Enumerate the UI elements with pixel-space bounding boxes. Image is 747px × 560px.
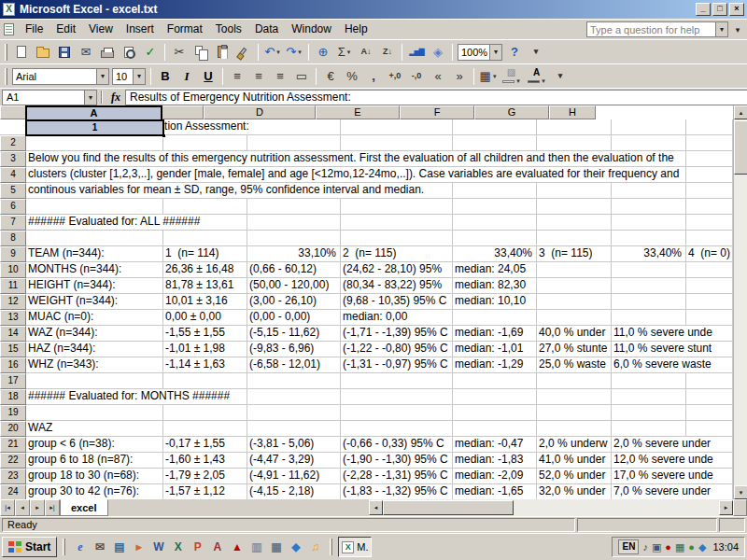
cell-A12[interactable]: WEIGHT (n=344): xyxy=(26,294,161,309)
tab-last-button[interactable]: ▸| xyxy=(45,499,60,516)
tray-display-icon[interactable]: ▣ xyxy=(652,542,661,553)
row-header-19[interactable]: 19 xyxy=(0,405,26,421)
quick-launch-excel-icon[interactable]: X xyxy=(169,539,187,556)
menu-view[interactable]: View xyxy=(82,20,120,39)
row-header-18[interactable]: 18 xyxy=(0,389,26,405)
cell-D15[interactable]: (-1,22 - -0,80) 95% C xyxy=(341,342,450,357)
cell-E15[interactable]: median: -1,01 xyxy=(453,342,534,357)
sort-descending-button[interactable]: Z↓ xyxy=(377,42,398,63)
cell-A14[interactable]: WAZ (n=344): xyxy=(26,326,161,341)
decrease-indent-button[interactable]: « xyxy=(428,66,448,87)
cell-E9[interactable]: 33,40% xyxy=(453,246,534,261)
cell-F23[interactable]: 52,0 % under xyxy=(537,469,609,483)
cell-E12[interactable]: median: 10,10 xyxy=(453,294,528,309)
row-header-10[interactable]: 10 xyxy=(0,262,26,278)
column-header-E[interactable]: E xyxy=(316,105,400,119)
redo-button[interactable]: ↷▾ xyxy=(284,42,304,63)
horizontal-scrollbar[interactable]: ◂ ▸ xyxy=(369,499,733,516)
cell-D21[interactable]: (-0,66 - 0,33) 95% C xyxy=(341,437,450,452)
cell-C22[interactable]: (-4,47 - 3,29) xyxy=(247,453,338,468)
quick-launch-winamp-icon[interactable]: ♫ xyxy=(306,539,324,556)
row-header-16[interactable]: 16 xyxy=(0,357,26,373)
cell-A20[interactable]: WAZ xyxy=(26,421,161,436)
cell-A13[interactable]: MUAC (n=0): xyxy=(26,310,161,325)
cell-A1[interactable]: Results of Emergency Nutrition Assessmen… xyxy=(26,119,251,134)
row-header-7[interactable]: 7 xyxy=(0,215,26,231)
cell-C24[interactable]: (-4,15 - 2,18) xyxy=(247,484,338,499)
cell-E21[interactable]: median: -0,47 xyxy=(453,437,534,452)
taskbar-grip[interactable] xyxy=(330,539,332,555)
cell-A5[interactable]: continous variables for mean ± SD, range… xyxy=(26,183,426,198)
menu-data[interactable]: Data xyxy=(248,20,285,39)
cell-H9[interactable]: 4 (n= 0) xyxy=(686,246,732,261)
quick-launch-word-icon[interactable]: W xyxy=(149,539,167,556)
menu-help[interactable]: Help xyxy=(338,20,374,39)
toolbar-grip[interactable] xyxy=(5,68,7,85)
column-header-C[interactable]: C xyxy=(110,105,204,119)
quick-launch-messenger-icon[interactable]: ◆ xyxy=(287,539,304,556)
cell-C12[interactable]: (3,00 - 26,10) xyxy=(247,294,338,309)
cell-A22[interactable]: group 6 to 18 (n=87): xyxy=(26,453,161,468)
column-header-B[interactable]: B xyxy=(26,105,110,119)
chevron-down-icon[interactable]: ▾ xyxy=(133,69,145,84)
cell-A15[interactable]: HAZ (n=344): xyxy=(26,342,161,357)
row-header-21[interactable]: 21 xyxy=(0,437,26,453)
taskbar-grip[interactable] xyxy=(63,539,65,555)
cell-C23[interactable]: (-4,91 - 11,62) xyxy=(247,469,338,483)
language-indicator[interactable]: EN xyxy=(618,539,639,554)
cell-E10[interactable]: median: 24,05 xyxy=(453,262,528,277)
chevron-down-icon[interactable]: ▾ xyxy=(96,69,108,84)
chevron-down-icon[interactable]: ▾ xyxy=(347,49,351,56)
row-header-4[interactable]: 4 xyxy=(0,167,26,183)
minimize-button[interactable]: _ xyxy=(696,3,711,16)
cell-F22[interactable]: 41,0 % under xyxy=(537,453,609,468)
scroll-up-button[interactable]: ▴ xyxy=(734,105,747,119)
drawing-button[interactable]: ◈ xyxy=(428,42,448,63)
quick-launch-show-desktop-icon[interactable]: ▤ xyxy=(110,539,128,556)
chart-wizard-button[interactable]: ▂▅▇ xyxy=(406,42,427,63)
cell-F21[interactable]: 2,0 % underw xyxy=(537,437,609,452)
menu-window[interactable]: Window xyxy=(285,20,338,39)
sort-ascending-button[interactable]: A↓ xyxy=(356,42,376,63)
scroll-down-button[interactable]: ▾ xyxy=(734,485,747,499)
align-center-button[interactable]: ≡ xyxy=(248,66,269,87)
scroll-right-button[interactable]: ▸ xyxy=(719,500,733,515)
help-button[interactable]: ? xyxy=(504,42,525,63)
row-header-2[interactable]: 2 xyxy=(0,135,26,151)
copy-button[interactable] xyxy=(190,42,211,63)
cell-B23[interactable]: -1,79 ± 2,05 xyxy=(163,469,245,483)
cell-C15[interactable]: (-9,83 - 6,96) xyxy=(247,342,338,357)
merge-center-button[interactable]: ▭ xyxy=(291,66,312,87)
cell-D24[interactable]: (-1,83 - -1,32) 95% C xyxy=(341,484,450,499)
menu-insert[interactable]: Insert xyxy=(120,20,161,39)
cell-E14[interactable]: median: -1,69 xyxy=(453,326,534,341)
cell-B13[interactable]: 0,00 ± 0,00 xyxy=(163,310,245,325)
cell-B12[interactable]: 10,01 ± 3,16 xyxy=(163,294,245,309)
cell-G22[interactable]: 12,0 % severe unde xyxy=(612,453,715,468)
spelling-button[interactable]: ✓ xyxy=(140,42,161,63)
cell-D23[interactable]: (-2,28 - -1,31) 95% C xyxy=(341,469,450,483)
cell-F16[interactable]: 25,0 % waste xyxy=(537,357,609,372)
tab-prev-button[interactable]: ◂ xyxy=(15,499,30,516)
quick-launch-media-player-icon[interactable]: ▸ xyxy=(130,539,148,556)
font-name-combo[interactable]: Arial▾ xyxy=(12,68,109,85)
align-left-button[interactable]: ≡ xyxy=(227,66,247,87)
cell-F24[interactable]: 32,0 % under xyxy=(537,484,609,499)
italic-button[interactable]: I xyxy=(176,66,197,87)
start-button[interactable]: Start xyxy=(2,537,57,557)
cell-C21[interactable]: (-3,81 - 5,06) xyxy=(247,437,338,452)
cell-G9[interactable]: 33,40% xyxy=(612,246,684,261)
chevron-down-icon[interactable]: ▾ xyxy=(276,49,280,56)
row-header-13[interactable]: 13 xyxy=(0,310,26,326)
quick-launch-calculator-icon[interactable]: ▦ xyxy=(267,539,285,556)
cell-C16[interactable]: (-6,58 - 12,01) xyxy=(247,357,338,372)
bold-button[interactable]: B xyxy=(155,66,176,87)
cell-E16[interactable]: median: -1,29 xyxy=(453,357,534,372)
chevron-down-icon[interactable]: ▾ xyxy=(715,22,727,36)
cell-D9[interactable]: 2 (n= 115) xyxy=(341,246,450,261)
row-header-5[interactable]: 5 xyxy=(0,183,26,199)
toolbar-grip[interactable] xyxy=(5,44,7,61)
menu-tools[interactable]: Tools xyxy=(209,20,248,39)
cell-B11[interactable]: 81,78 ± 13,61 xyxy=(163,278,245,293)
row-header-11[interactable]: 11 xyxy=(0,278,26,294)
